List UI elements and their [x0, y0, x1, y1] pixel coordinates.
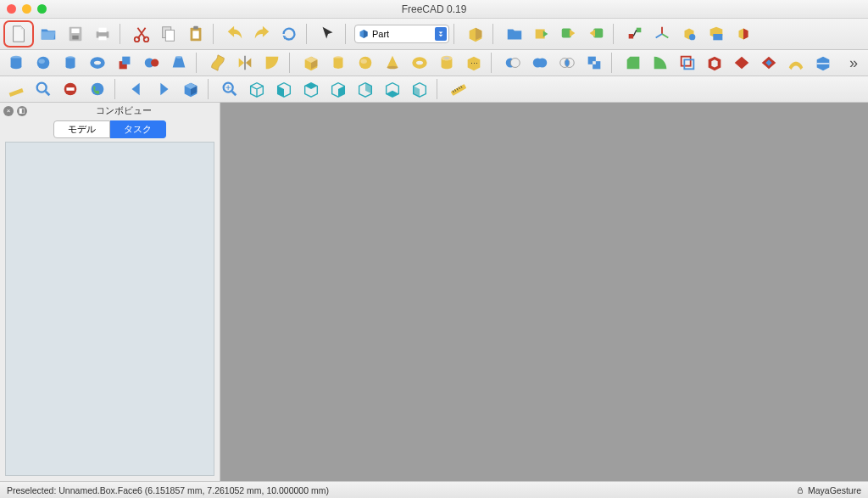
- redo-button[interactable]: [249, 23, 275, 45]
- measure-icon: [449, 80, 468, 98]
- cursor-button[interactable]: [315, 23, 341, 45]
- op-surface-button[interactable]: [783, 52, 809, 74]
- section-button[interactable]: [731, 23, 756, 45]
- nav-right-button[interactable]: [151, 78, 176, 100]
- workbench-selector[interactable]: Part: [354, 25, 449, 43]
- redo-icon: [253, 25, 271, 43]
- copy-button[interactable]: [156, 23, 181, 45]
- maximize-window-button[interactable]: [37, 4, 47, 14]
- toolbar-overflow-button[interactable]: »: [843, 54, 865, 72]
- op-chamfer-button[interactable]: [620, 52, 646, 74]
- view-top-button[interactable]: [298, 78, 324, 100]
- zoom-icon: [34, 80, 53, 98]
- minimize-window-button[interactable]: [22, 4, 31, 14]
- part-revolve-button[interactable]: [139, 52, 164, 74]
- slice-icon: [814, 53, 832, 72]
- stop-button[interactable]: [58, 78, 83, 100]
- part-sweep-button[interactable]: [205, 52, 231, 74]
- box-icon: [466, 25, 485, 43]
- prim-torus-button[interactable]: [407, 52, 432, 74]
- prim-cone-button[interactable]: [380, 52, 405, 74]
- cube-view-button[interactable]: [178, 78, 203, 100]
- link-import-button[interactable]: [583, 23, 609, 45]
- bool-common-button[interactable]: [554, 52, 580, 74]
- measure-button[interactable]: [446, 78, 471, 100]
- prim-cyl-button[interactable]: [326, 52, 351, 74]
- window-controls: [7, 4, 47, 14]
- svg-point-7: [144, 37, 149, 42]
- clip-button[interactable]: [704, 23, 729, 45]
- transform-icon: [626, 25, 644, 43]
- box-button[interactable]: [463, 23, 488, 45]
- view-right-button[interactable]: [326, 78, 351, 100]
- bool-union-button[interactable]: [527, 52, 553, 74]
- part-mirror-button[interactable]: [232, 52, 258, 74]
- op-shape-button[interactable]: [729, 52, 754, 74]
- undo-button[interactable]: [222, 23, 248, 45]
- svg-point-29: [175, 56, 181, 59]
- bool-cut-button[interactable]: [500, 52, 526, 74]
- svg-rect-56: [798, 490, 802, 493]
- folder-button[interactable]: [502, 23, 527, 45]
- export-button[interactable]: [529, 23, 554, 45]
- link-export-button[interactable]: [556, 23, 581, 45]
- section-icon: [734, 25, 753, 43]
- status-nav-style[interactable]: MayaGesture: [808, 485, 861, 495]
- view-bottom-button[interactable]: [380, 78, 405, 100]
- open-button[interactable]: [36, 23, 61, 45]
- part-fillet-button[interactable]: [259, 52, 285, 74]
- copy-icon: [159, 25, 178, 43]
- tab-task[interactable]: タスク: [110, 120, 166, 138]
- view-ruler-button[interactable]: [3, 78, 29, 100]
- prim-box-button[interactable]: [298, 52, 324, 74]
- prim-sphere-button[interactable]: [353, 52, 378, 74]
- prim-tube-button[interactable]: [434, 52, 459, 74]
- axis-button[interactable]: [649, 23, 675, 45]
- torus-icon: [88, 53, 107, 72]
- close-window-button[interactable]: [7, 4, 16, 14]
- earth-button[interactable]: [85, 78, 110, 100]
- save-button[interactable]: [63, 23, 88, 45]
- op-slice-button[interactable]: [810, 52, 836, 74]
- new-doc-button[interactable]: [6, 23, 31, 45]
- bool-xor-button[interactable]: [581, 52, 607, 74]
- transform-button[interactable]: [622, 23, 648, 45]
- lock-icon: [796, 486, 804, 495]
- stop-icon: [61, 80, 80, 98]
- panel-header: × ◧ コンボビュー: [0, 103, 220, 119]
- left-icon: [410, 80, 429, 98]
- refresh-button[interactable]: [276, 23, 302, 45]
- view-iso-button[interactable]: [244, 78, 270, 100]
- paste-button[interactable]: [183, 23, 209, 45]
- bool-common-icon: [558, 53, 576, 72]
- prim-more-button[interactable]: ⋯: [461, 52, 487, 74]
- nav-left-button[interactable]: [124, 78, 149, 100]
- svg-rect-52: [66, 87, 74, 91]
- tab-model[interactable]: モデル: [53, 120, 110, 138]
- zoom-all-button[interactable]: [217, 78, 242, 100]
- op-offset-button[interactable]: [675, 52, 700, 74]
- part-sphere-button[interactable]: [31, 52, 56, 74]
- part-torus-button[interactable]: [85, 52, 110, 74]
- prim-tube-icon: [437, 53, 456, 72]
- view-left-button[interactable]: [407, 78, 432, 100]
- view-front-button[interactable]: [271, 78, 297, 100]
- op-thickness-button[interactable]: [702, 52, 727, 74]
- panel-undock-button[interactable]: ◧: [17, 106, 27, 116]
- print-button[interactable]: [90, 23, 115, 45]
- part-extrude-button[interactable]: [112, 52, 137, 74]
- placement-button[interactable]: [676, 23, 702, 45]
- toolbar-file: Part: [0, 19, 868, 50]
- part-cylinder-button[interactable]: [3, 52, 29, 74]
- cut-button[interactable]: [129, 23, 154, 45]
- view-back-button[interactable]: [353, 78, 378, 100]
- bottom-icon: [383, 80, 402, 98]
- zoom-button[interactable]: [31, 78, 56, 100]
- dropdown-arrow-icon: [435, 27, 447, 41]
- part-cyl2-button[interactable]: [58, 52, 83, 74]
- part-loft-button[interactable]: [166, 52, 192, 74]
- panel-close-button[interactable]: ×: [3, 106, 14, 116]
- op-fillet-button[interactable]: [648, 52, 673, 74]
- op-shape2-button[interactable]: [756, 52, 782, 74]
- 3d-viewport[interactable]: [220, 103, 868, 481]
